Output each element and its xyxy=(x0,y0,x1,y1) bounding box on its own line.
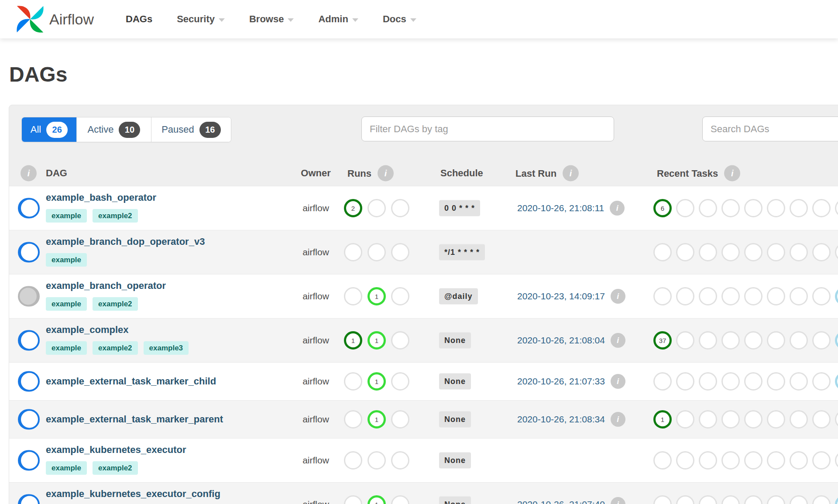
dag-tag[interactable]: example xyxy=(46,209,87,223)
recent-task-circle[interactable] xyxy=(676,243,694,261)
recent-task-circle[interactable]: 1 xyxy=(653,410,672,429)
recent-task-circle[interactable] xyxy=(790,495,808,504)
recent-task-circle[interactable] xyxy=(744,287,762,305)
recent-task-circle[interactable] xyxy=(699,495,717,504)
recent-task-circle[interactable] xyxy=(653,243,672,261)
recent-task-circle-partial[interactable] xyxy=(835,372,838,391)
recent-task-circle[interactable] xyxy=(812,243,831,261)
dag-pause-toggle[interactable] xyxy=(18,242,40,263)
run-status-circle[interactable] xyxy=(391,410,409,429)
recent-task-circle-partial[interactable] xyxy=(835,410,838,429)
recent-task-circle[interactable] xyxy=(767,451,785,470)
recent-task-circle[interactable] xyxy=(767,372,785,391)
dag-pause-toggle[interactable] xyxy=(18,494,40,504)
nav-item-docs[interactable]: Docs xyxy=(383,14,416,25)
recent-task-circle[interactable] xyxy=(653,451,672,470)
last-run-link[interactable]: 2020-10-26, 21:08:04 xyxy=(517,335,605,346)
recent-task-circle[interactable] xyxy=(721,199,740,217)
dag-tag[interactable]: example xyxy=(46,297,87,311)
run-status-circle[interactable] xyxy=(391,243,409,261)
run-status-circle[interactable] xyxy=(391,331,409,350)
run-status-circle[interactable] xyxy=(367,199,386,217)
run-status-circle[interactable] xyxy=(367,243,386,261)
dag-pause-toggle[interactable] xyxy=(18,450,40,471)
filter-by-tag-input[interactable] xyxy=(361,117,614,141)
recent-task-circle[interactable] xyxy=(653,372,672,391)
dag-name-link[interactable]: example_complex xyxy=(46,324,129,336)
dag-name-link[interactable]: example_external_task_marker_child xyxy=(46,376,216,387)
recent-task-circle[interactable] xyxy=(699,451,717,470)
recent-task-circle[interactable] xyxy=(767,495,785,504)
last-run-link[interactable]: 2020-10-26, 21:08:11 xyxy=(517,203,604,213)
recent-task-circle[interactable] xyxy=(812,331,831,350)
dag-name-link[interactable]: example_branch_dop_operator_v3 xyxy=(46,236,205,247)
dag-tag[interactable]: example2 xyxy=(93,341,138,355)
recent-task-circle[interactable] xyxy=(790,243,808,261)
run-status-circle[interactable]: 2 xyxy=(344,199,362,217)
tab-all[interactable]: All 26 xyxy=(22,117,77,142)
run-status-circle[interactable]: 1 xyxy=(367,495,386,504)
run-status-circle[interactable] xyxy=(344,243,362,261)
run-status-circle[interactable] xyxy=(344,372,362,391)
recent-task-circle[interactable] xyxy=(790,199,808,217)
recent-task-circle[interactable] xyxy=(676,451,694,470)
dag-pause-toggle[interactable] xyxy=(18,198,40,219)
dag-name-link[interactable]: example_kubernetes_executor_config xyxy=(46,488,220,500)
recent-task-circle[interactable] xyxy=(699,199,717,217)
run-status-circle[interactable] xyxy=(344,451,362,470)
recent-task-circle-partial[interactable] xyxy=(835,243,838,261)
nav-item-dags[interactable]: DAGs xyxy=(126,14,152,25)
recent-task-circle[interactable] xyxy=(699,243,717,261)
run-status-circle[interactable]: 1 xyxy=(367,410,386,429)
recent-task-circle[interactable] xyxy=(721,243,740,261)
dag-name-link[interactable]: example_branch_operator xyxy=(46,280,166,291)
recent-task-circle-partial[interactable] xyxy=(835,331,838,350)
recent-task-circle[interactable] xyxy=(790,410,808,429)
dag-pause-toggle[interactable] xyxy=(18,409,40,430)
run-status-circle[interactable]: 1 xyxy=(367,331,386,350)
search-dags-input[interactable] xyxy=(702,117,838,141)
run-status-circle[interactable] xyxy=(344,410,362,429)
recent-task-circle[interactable] xyxy=(699,410,717,429)
run-status-circle[interactable]: 1 xyxy=(344,331,362,350)
run-status-circle[interactable] xyxy=(391,199,409,217)
run-status-circle[interactable] xyxy=(391,495,409,504)
run-status-circle[interactable] xyxy=(367,451,386,470)
run-status-circle[interactable] xyxy=(391,287,409,305)
recent-task-circle[interactable] xyxy=(767,287,785,305)
recent-task-circle[interactable] xyxy=(699,331,717,350)
recent-task-circle[interactable] xyxy=(676,199,694,217)
recent-task-circle[interactable] xyxy=(744,495,762,504)
recent-task-circle[interactable] xyxy=(744,410,762,429)
nav-item-browse[interactable]: Browse xyxy=(249,14,294,25)
dag-tag[interactable]: example xyxy=(46,341,87,355)
recent-task-circle[interactable] xyxy=(653,495,672,504)
last-run-link[interactable]: 2020-10-26, 21:07:40 xyxy=(517,499,605,504)
dag-pause-toggle[interactable] xyxy=(18,330,40,351)
recent-task-circle[interactable] xyxy=(812,372,831,391)
dag-pause-toggle[interactable] xyxy=(18,286,40,307)
tab-active[interactable]: Active 10 xyxy=(77,117,151,142)
recent-task-circle[interactable] xyxy=(790,372,808,391)
dag-pause-toggle[interactable] xyxy=(18,371,40,392)
recent-task-circle[interactable] xyxy=(812,287,831,305)
dag-tag[interactable]: example xyxy=(46,461,87,475)
run-status-circle[interactable] xyxy=(344,495,362,504)
nav-item-security[interactable]: Security xyxy=(177,14,225,25)
recent-task-circle[interactable] xyxy=(812,451,831,470)
dag-tag[interactable]: example2 xyxy=(93,297,138,311)
recent-task-circle[interactable] xyxy=(676,495,694,504)
recent-task-circle[interactable] xyxy=(744,372,762,391)
last-run-link[interactable]: 2020-10-26, 21:08:34 xyxy=(517,414,605,425)
last-run-link[interactable]: 2020-10-23, 14:09:17 xyxy=(517,291,605,302)
recent-task-circle[interactable] xyxy=(721,372,740,391)
recent-task-circle[interactable] xyxy=(676,372,694,391)
run-status-circle[interactable] xyxy=(344,287,362,305)
run-status-circle[interactable] xyxy=(391,451,409,470)
recent-task-circle[interactable] xyxy=(812,495,831,504)
nav-item-admin[interactable]: Admin xyxy=(318,14,358,25)
recent-task-circle[interactable] xyxy=(676,410,694,429)
recent-task-circle[interactable] xyxy=(721,331,740,350)
recent-task-circle[interactable] xyxy=(812,199,831,217)
last-run-link[interactable]: 2020-10-26, 21:07:33 xyxy=(517,376,605,387)
